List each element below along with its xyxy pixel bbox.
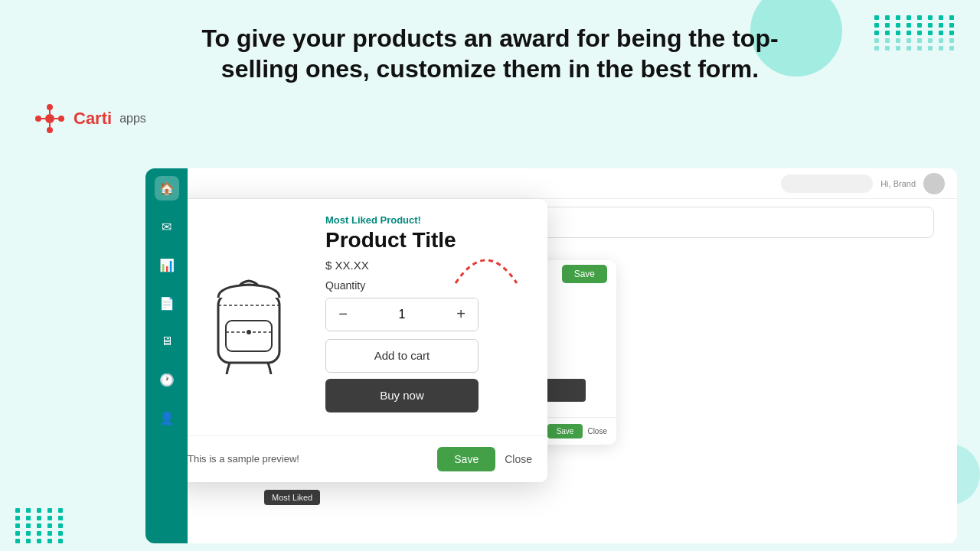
logo: Carti apps: [31, 99, 146, 138]
qty-value: 1: [360, 308, 444, 321]
sidebar-user-icon[interactable]: 👤: [155, 406, 179, 430]
most-liked-badge: Most Liked: [264, 490, 320, 505]
qty-increase-button[interactable]: +: [444, 298, 478, 331]
logo-text: Carti: [74, 109, 112, 129]
sidebar-chart-icon[interactable]: 📊: [155, 253, 179, 277]
product-badge: Most Liked Product!: [325, 214, 524, 226]
logo-apps-label: apps: [119, 112, 146, 126]
qty-decrease-button[interactable]: −: [326, 298, 360, 331]
back-footer-buttons: Save Close: [547, 424, 607, 439]
sidebar-home-icon[interactable]: 🏠: [155, 176, 179, 201]
sidebar-doc-icon[interactable]: 📄: [155, 291, 179, 315]
most-liked-label: Most Liked: [272, 493, 312, 502]
main-content: Hi, Brand You will see your notification…: [188, 168, 957, 543]
preview-text: This is a sample preview!: [188, 453, 299, 465]
svg-point-1: [47, 104, 53, 110]
dots-top-right-decoration: [874, 15, 957, 51]
top-bar: Hi, Brand: [188, 168, 957, 199]
sidebar-mail-icon[interactable]: ✉: [155, 214, 179, 239]
sidebar-monitor-icon[interactable]: 🖥: [155, 329, 179, 354]
sidebar: 🏠 ✉ 📊 📄 🖥 🕐 👤: [145, 168, 188, 543]
close-button[interactable]: Close: [505, 453, 532, 465]
product-image: [188, 214, 310, 412]
backpack-svg: [195, 252, 302, 374]
svg-point-4: [58, 116, 64, 122]
sidebar-clock-icon[interactable]: 🕐: [155, 367, 179, 392]
footer-buttons: Save Close: [437, 447, 532, 471]
back-footer-save-button[interactable]: Save: [547, 424, 583, 439]
svg-point-12: [247, 330, 251, 334]
dashed-arc-decoration: [448, 237, 524, 294]
page-header: To give your products an award for being…: [199, 23, 781, 84]
dots-bottom-left-decoration: [15, 508, 66, 543]
logo-icon: [31, 99, 69, 138]
svg-point-0: [45, 114, 54, 123]
add-to-cart-button[interactable]: Add to cart: [325, 339, 479, 373]
top-bar-avatar: [923, 173, 945, 194]
modal-inner: Most Liked Product! Product Title $ XX.X…: [188, 199, 547, 435]
app-container: 🏠 ✉ 📊 📄 🖥 🕐 👤 Hi, Brand You will see you…: [145, 168, 957, 543]
quantity-control: − 1 +: [325, 298, 479, 331]
modal-footer: This is a sample preview! Save Close: [188, 435, 547, 482]
back-footer-close-button[interactable]: Close: [587, 427, 607, 435]
save-button[interactable]: Save: [437, 447, 495, 471]
svg-point-2: [47, 127, 53, 133]
top-bar-search: [781, 174, 873, 193]
svg-point-3: [35, 116, 41, 122]
page-title: To give your products an award for being…: [199, 23, 781, 84]
top-bar-user: Hi, Brand: [880, 179, 916, 188]
back-save-button[interactable]: Save: [562, 265, 607, 283]
buy-now-button[interactable]: Buy now: [325, 379, 479, 412]
svg-rect-10: [226, 321, 272, 351]
